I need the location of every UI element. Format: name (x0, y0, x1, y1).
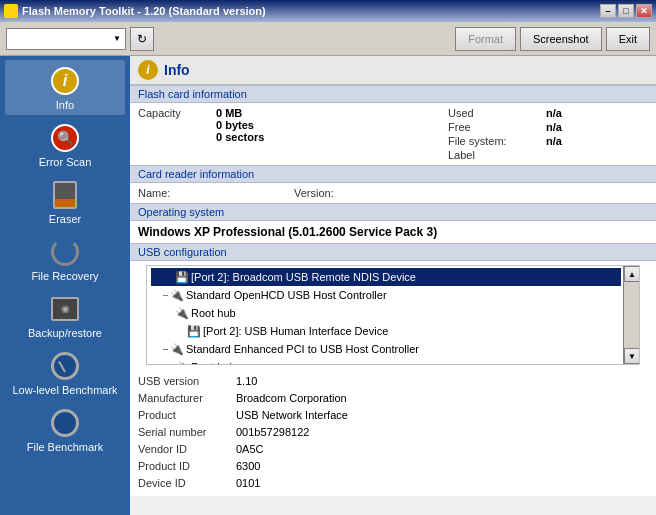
flash-card-header: Flash card information (130, 85, 656, 103)
usb-tree-item-2[interactable]: 🔌 Root hub (151, 304, 621, 322)
restore-button[interactable]: □ (618, 4, 634, 18)
file-benchmark-icon (49, 407, 81, 439)
info-header: i Info (130, 56, 656, 85)
expand-icon-1: – (163, 286, 168, 304)
usb-tree-item-1[interactable]: – 🔌 Standard OpenHCD USB Host Controller (151, 286, 621, 304)
serial-value: 001b57298122 (236, 424, 309, 441)
usb-tree-label-1: Standard OpenHCD USB Host Controller (186, 286, 387, 304)
flash-right: Used n/a Free n/a File system: n/a Label (448, 107, 648, 161)
usb-scrollbar: ▲ ▼ (623, 266, 639, 364)
sidebar-item-low-level-benchmark[interactable]: Low-level Benchmark (5, 345, 125, 400)
usb-tree-label-0: [Port 2]: Broadcom USB Remote NDIS Devic… (191, 268, 416, 286)
usb-device-icon-4: 🔌 (170, 340, 184, 358)
product-id-value: 6300 (236, 458, 260, 475)
flash-card-section: Flash card information Capacity 0 MB 0 b… (130, 85, 656, 165)
info-header-title: Info (164, 62, 190, 78)
usb-device-icon-1: 🔌 (170, 286, 184, 304)
card-reader-content: Name: Version: (130, 183, 656, 203)
flash-left: Capacity 0 MB 0 bytes 0 sectors (138, 107, 448, 161)
sidebar-item-eraser[interactable]: Eraser (5, 174, 125, 229)
usb-device-icon-0: 💾 (175, 268, 189, 286)
info-icon: i (49, 65, 81, 97)
sidebar-item-file-benchmark[interactable]: File Benchmark (5, 402, 125, 457)
usb-header: USB configuration (130, 243, 656, 261)
usb-tree-label-4: Standard Enhanced PCI to USB Host Contro… (186, 340, 419, 358)
usb-tree[interactable]: 💾 [Port 2]: Broadcom USB Remote NDIS Dev… (146, 265, 640, 365)
sidebar-item-info[interactable]: i Info (5, 60, 125, 115)
capacity-value: 0 MB (216, 107, 242, 119)
minimize-button[interactable]: – (600, 4, 616, 18)
sidebar-item-error-scan[interactable]: 🔍 Error Scan (5, 117, 125, 172)
info-header-icon: i (138, 60, 158, 80)
filesystem-row: File system: n/a (448, 135, 648, 147)
label-row: Label (448, 149, 648, 161)
exit-button[interactable]: Exit (606, 27, 650, 51)
sidebar-item-backup-restore[interactable]: Backup/restore (5, 288, 125, 343)
product-label: Product (138, 407, 228, 424)
screenshot-button[interactable]: Screenshot (520, 27, 602, 51)
usb-tree-label-2: Root hub (191, 304, 236, 322)
title-buttons: – □ ✕ (600, 4, 652, 18)
usb-version-row: USB version 1.10 (138, 373, 648, 390)
os-content: Windows XP Professional (5.01.2600 Servi… (130, 221, 656, 243)
product-row: Product USB Network Interface (138, 407, 648, 424)
device-id-value: 0101 (236, 475, 260, 492)
used-row: Used n/a (448, 107, 648, 119)
window-title: Flash Memory Toolkit - 1.20 (Standard ve… (22, 5, 266, 17)
title-bar-left: ⚡ Flash Memory Toolkit - 1.20 (Standard … (4, 4, 266, 18)
sidebar-item-file-recovery[interactable]: File Recovery (5, 231, 125, 286)
used-value: n/a (546, 107, 562, 119)
usb-tree-content: 💾 [Port 2]: Broadcom USB Remote NDIS Dev… (147, 266, 639, 365)
free-value: n/a (546, 121, 562, 133)
os-section: Operating system Windows XP Professional… (130, 203, 656, 243)
serial-row: Serial number 001b57298122 (138, 424, 648, 441)
low-level-benchmark-icon (49, 350, 81, 382)
capacity-row: Capacity 0 MB (138, 107, 448, 119)
free-label: Free (448, 121, 538, 133)
scroll-up-button[interactable]: ▲ (624, 266, 640, 282)
card-reader-section: Card reader information Name: Version: (130, 165, 656, 203)
refresh-button[interactable]: ↻ (130, 27, 154, 51)
toolbar: ▼ ↻ Format Screenshot Exit (0, 22, 656, 56)
sidebar-item-file-benchmark-label: File Benchmark (27, 441, 103, 453)
device-dropdown[interactable]: ▼ (6, 28, 126, 50)
manufacturer-value: Broadcom Corporation (236, 390, 347, 407)
title-bar: ⚡ Flash Memory Toolkit - 1.20 (Standard … (0, 0, 656, 22)
main-layout: i Info 🔍 Error Scan Eraser File Recovery (0, 56, 656, 515)
manufacturer-label: Manufacturer (138, 390, 228, 407)
used-label: Used (448, 107, 538, 119)
bytes-value: 0 bytes (216, 119, 254, 131)
filesystem-value: n/a (546, 135, 562, 147)
scroll-down-button[interactable]: ▼ (624, 348, 640, 364)
sidebar-item-backup-restore-label: Backup/restore (28, 327, 102, 339)
sidebar-item-error-scan-label: Error Scan (39, 156, 92, 168)
file-recovery-icon (49, 236, 81, 268)
error-scan-icon: 🔍 (49, 122, 81, 154)
device-id-row: Device ID 0101 (138, 475, 648, 492)
usb-tree-label-5: Root hub (191, 358, 236, 365)
usb-tree-item-5[interactable]: 🔌 Root hub (151, 358, 621, 365)
sectors-row: 0 sectors (138, 131, 448, 143)
card-reader-name: Name: (138, 187, 214, 199)
card-reader-version: Version: (294, 187, 370, 199)
usb-tree-item-3[interactable]: 💾 [Port 2]: USB Human Interface Device (151, 322, 621, 340)
serial-label: Serial number (138, 424, 228, 441)
close-button[interactable]: ✕ (636, 4, 652, 18)
os-header: Operating system (130, 203, 656, 221)
sidebar: i Info 🔍 Error Scan Eraser File Recovery (0, 56, 130, 515)
card-reader-version-label: Version: (294, 187, 364, 199)
usb-device-icon-5: 🔌 (175, 358, 189, 365)
usb-tree-item-0[interactable]: 💾 [Port 2]: Broadcom USB Remote NDIS Dev… (151, 268, 621, 286)
sidebar-item-file-recovery-label: File Recovery (31, 270, 98, 282)
label-label: Label (448, 149, 538, 161)
backup-restore-icon (49, 293, 81, 325)
free-row: Free n/a (448, 121, 648, 133)
format-button[interactable]: Format (455, 27, 516, 51)
card-reader-header: Card reader information (130, 165, 656, 183)
device-id-label: Device ID (138, 475, 228, 492)
usb-tree-item-4[interactable]: – 🔌 Standard Enhanced PCI to USB Host Co… (151, 340, 621, 358)
product-value: USB Network Interface (236, 407, 348, 424)
sidebar-item-info-label: Info (56, 99, 74, 111)
capacity-label: Capacity (138, 107, 208, 119)
bytes-row: 0 bytes (138, 119, 448, 131)
